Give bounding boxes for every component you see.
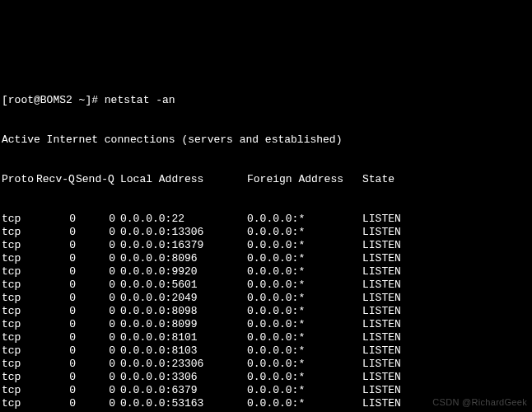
table-row: tcp000.0.0.0:80990.0.0.0:*LISTEN — [2, 318, 530, 331]
cell-state: LISTEN — [362, 252, 401, 265]
cell-proto: tcp — [2, 279, 36, 292]
cell-foreign: 0.0.0.0:* — [247, 331, 362, 344]
cell-foreign: 0.0.0.0:* — [247, 384, 362, 397]
cell-local: 0.0.0.0:8096 — [120, 252, 247, 265]
table-row: tcp000.0.0.0:56010.0.0.0:*LISTEN — [2, 279, 530, 292]
cell-sendq: 0 — [76, 213, 120, 226]
table-row: tcp000.0.0.0:163790.0.0.0:*LISTEN — [2, 239, 530, 252]
col-recvq: Recv-Q — [36, 173, 76, 186]
cell-state: LISTEN — [362, 239, 401, 252]
cell-sendq: 0 — [76, 279, 120, 292]
cell-proto: tcp — [2, 344, 36, 358]
cell-local: 0.0.0.0:9920 — [120, 265, 247, 279]
cell-local: 0.0.0.0:8103 — [120, 344, 247, 358]
cell-foreign: 0.0.0.0:* — [247, 252, 362, 265]
col-foreign: Foreign Address — [247, 173, 362, 186]
cell-proto: tcp — [2, 397, 36, 410]
cell-state: LISTEN — [362, 371, 401, 384]
cell-sendq: 0 — [76, 252, 120, 265]
table-row: tcp000.0.0.0:20490.0.0.0:*LISTEN — [2, 292, 530, 305]
cell-state: LISTEN — [362, 279, 401, 292]
cell-sendq: 0 — [76, 371, 120, 384]
cell-proto: tcp — [2, 331, 36, 344]
cell-proto: tcp — [2, 318, 36, 331]
cell-proto: tcp — [2, 239, 36, 252]
cell-foreign: 0.0.0.0:* — [247, 344, 362, 358]
cell-state: LISTEN — [362, 292, 401, 305]
cell-local: 0.0.0.0:8099 — [120, 318, 247, 331]
cell-state: LISTEN — [362, 213, 401, 226]
cell-sendq: 0 — [76, 344, 120, 358]
col-local: Local Address — [120, 173, 247, 186]
cell-state: LISTEN — [362, 397, 401, 410]
cell-proto: tcp — [2, 305, 36, 318]
cell-proto: tcp — [2, 371, 36, 384]
cell-foreign: 0.0.0.0:* — [247, 239, 362, 252]
cell-state: LISTEN — [362, 358, 401, 371]
cell-recvq: 0 — [36, 279, 76, 292]
cell-proto: tcp — [2, 213, 36, 226]
cell-foreign: 0.0.0.0:* — [247, 371, 362, 384]
netstat-rows: tcp000.0.0.0:220.0.0.0:*LISTENtcp000.0.0… — [2, 213, 530, 412]
cell-local: 0.0.0.0:3306 — [120, 371, 247, 384]
cell-proto: tcp — [2, 384, 36, 397]
cell-sendq: 0 — [76, 397, 120, 410]
cell-state: LISTEN — [362, 305, 401, 318]
cell-recvq: 0 — [36, 358, 76, 371]
cell-recvq: 0 — [36, 252, 76, 265]
shell-prompt: [root@BOMS2 ~]# netstat -an — [2, 94, 530, 107]
cell-sendq: 0 — [76, 318, 120, 331]
table-row: tcp000.0.0.0:81010.0.0.0:*LISTEN — [2, 331, 530, 344]
netstat-title: Active Internet connections (servers and… — [2, 133, 530, 147]
cell-recvq: 0 — [36, 226, 76, 239]
cell-recvq: 0 — [36, 265, 76, 279]
cell-local: 0.0.0.0:53163 — [120, 397, 247, 410]
cell-local: 0.0.0.0:22 — [120, 213, 247, 226]
cell-local: 0.0.0.0:2049 — [120, 292, 247, 305]
column-headers: ProtoRecv-QSend-QLocal AddressForeign Ad… — [2, 173, 530, 186]
cell-local: 0.0.0.0:8101 — [120, 331, 247, 344]
cell-state: LISTEN — [362, 265, 401, 279]
cell-proto: tcp — [2, 252, 36, 265]
cell-local: 0.0.0.0:23306 — [120, 358, 247, 371]
cell-sendq: 0 — [76, 305, 120, 318]
table-row: tcp000.0.0.0:233060.0.0.0:*LISTEN — [2, 358, 530, 371]
cell-proto: tcp — [2, 292, 36, 305]
cell-sendq: 0 — [76, 384, 120, 397]
cell-foreign: 0.0.0.0:* — [247, 213, 362, 226]
table-row: tcp000.0.0.0:99200.0.0.0:*LISTEN — [2, 265, 530, 279]
table-row: tcp000.0.0.0:33060.0.0.0:*LISTEN — [2, 371, 530, 384]
cell-foreign: 0.0.0.0:* — [247, 292, 362, 305]
cell-recvq: 0 — [36, 331, 76, 344]
cell-proto: tcp — [2, 265, 36, 279]
cell-local: 0.0.0.0:6379 — [120, 384, 247, 397]
cell-foreign: 0.0.0.0:* — [247, 279, 362, 292]
terminal-output: [root@BOMS2 ~]# netstat -an Active Inter… — [0, 66, 532, 412]
cell-foreign: 0.0.0.0:* — [247, 305, 362, 318]
cell-recvq: 0 — [36, 384, 76, 397]
col-sendq: Send-Q — [76, 173, 120, 186]
cell-foreign: 0.0.0.0:* — [247, 265, 362, 279]
cell-state: LISTEN — [362, 344, 401, 358]
cell-state: LISTEN — [362, 226, 401, 239]
cell-sendq: 0 — [76, 358, 120, 371]
cell-sendq: 0 — [76, 265, 120, 279]
cell-local: 0.0.0.0:5601 — [120, 279, 247, 292]
cell-recvq: 0 — [36, 344, 76, 358]
cell-local: 0.0.0.0:13306 — [120, 226, 247, 239]
table-row: tcp000.0.0.0:220.0.0.0:*LISTEN — [2, 213, 530, 226]
cell-foreign: 0.0.0.0:* — [247, 226, 362, 239]
cell-foreign: 0.0.0.0:* — [247, 397, 362, 410]
cell-recvq: 0 — [36, 305, 76, 318]
cell-local: 0.0.0.0:16379 — [120, 239, 247, 252]
cell-proto: tcp — [2, 358, 36, 371]
cell-recvq: 0 — [36, 213, 76, 226]
cell-state: LISTEN — [362, 384, 401, 397]
cell-proto: tcp — [2, 226, 36, 239]
cell-sendq: 0 — [76, 239, 120, 252]
table-row: tcp000.0.0.0:133060.0.0.0:*LISTEN — [2, 226, 530, 239]
cell-local: 0.0.0.0:8098 — [120, 305, 247, 318]
table-row: tcp000.0.0.0:81030.0.0.0:*LISTEN — [2, 344, 530, 358]
cell-state: LISTEN — [362, 331, 401, 344]
table-row: tcp000.0.0.0:80960.0.0.0:*LISTEN — [2, 252, 530, 265]
